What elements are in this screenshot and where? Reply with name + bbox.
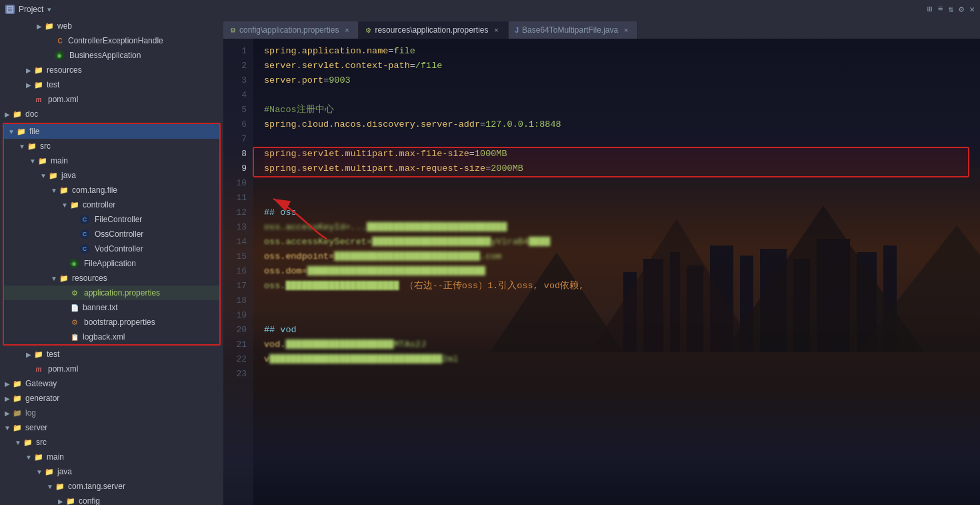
folder-icon: 📁 [23,437,33,448]
sidebar-item-com-tang-file[interactable]: ▼ 📁 com.tang.file [4,183,219,197]
line-num-23: 23 [223,367,253,382]
properties-icon: ⚙ [69,317,80,328]
sidebar-item-oss-controller[interactable]: C OssController [4,227,219,241]
sidebar-item-main[interactable]: ▼ 📁 main [4,153,219,168]
item-label: controller [83,200,115,209]
tab-label: resources\application.properties [375,25,488,35]
sort-icon[interactable]: ⇅ [949,4,954,15]
code-line-17: oss.█████████████████████ （右边--正传oss）1.引… [264,279,969,294]
item-label: BusinessApplication [69,51,141,60]
properties-icon: ⚙ [69,288,80,298]
tab-close-icon[interactable]: × [342,25,351,35]
folder-icon: 📁 [12,408,23,418]
arrow-icon: ▼ [35,468,44,476]
code-line-19 [264,308,969,323]
sidebar-item-file-controller[interactable]: C FileController [4,212,219,227]
folder-icon: 📁 [65,496,76,505]
arrow-icon: ▼ [49,275,59,282]
sidebar-item-server-java[interactable]: ▼ 📁 java [0,464,223,479]
tab-close-icon[interactable]: × [621,25,631,35]
tab-config-props[interactable]: ⚙ config\application.properties × [223,21,359,39]
line-num-13: 13 [223,220,253,235]
prop-key: server.port [264,75,323,85]
item-label: bootstrap.properties [84,318,155,327]
sidebar-item-test-1[interactable]: ▶ 📁 test [0,77,223,92]
txt-icon: 📄 [69,302,80,313]
item-label: doc [25,109,38,119]
layout-icon[interactable]: ⊞ [927,4,933,15]
sidebar-item-gateway[interactable]: ▶ 📁 Gateway [0,376,223,391]
sidebar-item-java[interactable]: ▼ 📁 java [4,168,219,183]
sidebar-item-banner-txt[interactable]: 📄 banner.txt [4,300,219,315]
line-num-21: 21 [223,338,253,352]
arrow-icon: ▼ [45,483,55,490]
sidebar-item-pom-2[interactable]: m pom.xml [0,362,223,376]
sidebar: ▶ 📁 web C ControllerExceptionHandle ◉ Bu… [0,19,223,505]
tab-close-icon[interactable]: × [492,25,501,35]
sidebar-item-bootstrap[interactable]: ⚙ bootstrap.properties [4,315,219,330]
prop-key: spring.servlet.multipart.max-file-size [264,149,469,159]
line-num-1: 1 [223,44,253,59]
prop-val: 2000MB [491,163,523,173]
sidebar-item-controller-folder[interactable]: ▼ 📁 controller [4,197,219,212]
arrow-icon: ▶ [24,81,33,89]
item-label: Gateway [25,379,57,388]
prop-val: file [393,46,415,56]
item-label: application.properties [84,288,160,298]
sidebar-item-doc[interactable]: ▶ 📁 doc [0,107,223,121]
code-area[interactable]: spring.application.name=file server.serv… [253,39,980,505]
arrow-icon: ▶ [56,498,65,505]
sidebar-item-log[interactable]: ▶ 📁 log [0,406,223,420]
sidebar-item-generator[interactable]: ▶ 📁 generator [0,391,223,406]
code-line-21: vod.████████████████████MTAs2J [264,338,969,352]
item-label: resources [72,274,107,283]
close-panel-icon[interactable]: ✕ [969,4,975,15]
folder-icon: 📁 [12,393,23,404]
tab-resources-props[interactable]: ⚙ resources\application.properties × [359,21,508,39]
sidebar-item-config[interactable]: ▶ 📁 config [0,494,223,505]
code-line-16: oss.dom=████████████████████████████████… [264,264,969,279]
spring-icon: ◉ [55,51,64,60]
item-label: FileController [95,215,142,224]
settings-icon[interactable]: ⚙ [959,4,964,15]
project-dropdown-icon[interactable]: ▾ [47,5,51,14]
arrow-icon: ▼ [49,187,59,194]
sidebar-item-resources-2[interactable]: ▼ 📁 resources [4,271,219,286]
item-label: file [29,127,39,136]
line-num-10: 10 [223,176,253,191]
sidebar-item-test-2[interactable]: ▶ 📁 test [0,347,223,362]
blurred-content: oss.█████████████████████ [264,279,399,294]
line-num-4: 4 [223,88,253,103]
sidebar-item-logback[interactable]: 📋 logback.xml [4,330,219,344]
props-icon: ⚙ [365,27,371,34]
item-label: FileApplication [84,259,136,268]
blurred-content: oss.accessKeyId=...█████████████████████… [264,220,507,235]
item-label: log [25,408,36,418]
sidebar-item-web[interactable]: ▶ 📁 web [0,19,223,33]
sidebar-item-server-main[interactable]: ▼ 📁 main [0,450,223,464]
sidebar-item-app-properties[interactable]: ⚙ application.properties [4,286,219,300]
sidebar-item-vod-controller[interactable]: C VodController [4,241,219,256]
sidebar-item-resources-1[interactable]: ▶ 📁 resources [0,63,223,77]
sidebar-item-server[interactable]: ▼ 📁 server [0,420,223,435]
line-num-17: 17 [223,279,253,294]
sidebar-item-business-app[interactable]: ◉ BusinessApplication [0,48,223,63]
svg-rect-0 [7,7,13,12]
code-line-22: v████████████████████████████████2ml [264,352,969,367]
folder-icon: 📁 [44,466,55,477]
class-icon: C [80,244,89,254]
item-label: server [25,423,47,432]
sidebar-item-controller-exception[interactable]: C ControllerExceptionHandle [0,33,223,48]
sidebar-item-pom-1[interactable]: m pom.xml [0,92,223,107]
prop-key: spring.cloud.nacos.discovery.server-addr [264,119,480,129]
tab-base64-java[interactable]: J Base64ToMultipartFile.java × [509,21,639,39]
tabs-bar: ⚙ config\application.properties × ⚙ reso… [223,19,980,39]
sidebar-item-src[interactable]: ▼ 📁 src [4,139,219,153]
sidebar-item-file[interactable]: ▼ 📁 file [4,124,219,139]
item-label: web [57,21,72,31]
folder-icon: 📁 [33,349,44,360]
sidebar-item-file-application[interactable]: ◉ FileApplication [4,256,219,271]
list-icon[interactable]: ≡ [938,4,943,15]
sidebar-item-com-tang-server[interactable]: ▼ 📁 com.tang.server [0,479,223,494]
sidebar-item-server-src[interactable]: ▼ 📁 src [0,435,223,450]
